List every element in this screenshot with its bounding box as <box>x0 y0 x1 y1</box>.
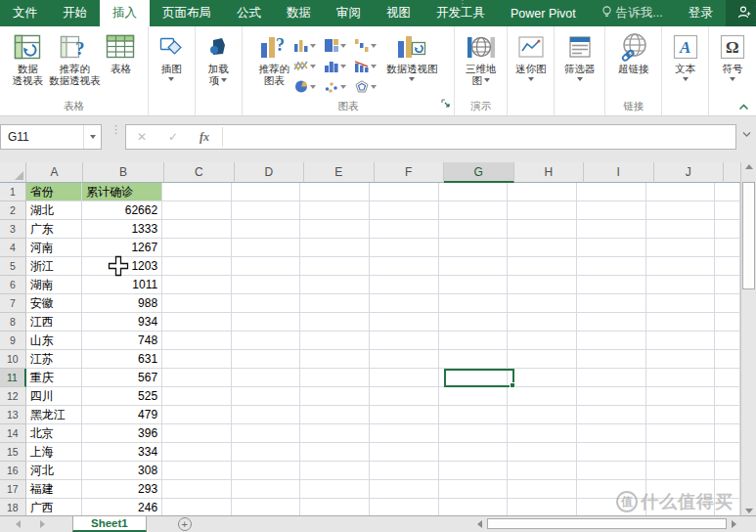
row-header-2[interactable]: 2 <box>0 201 26 220</box>
cell-E17[interactable] <box>300 480 370 499</box>
cell-A6[interactable]: 湖南 <box>26 276 82 294</box>
cell-partial11[interactable] <box>715 369 740 387</box>
cell-partial3[interactable] <box>715 220 740 239</box>
fill-handle[interactable] <box>510 382 515 388</box>
tab-formulas[interactable]: 公式 <box>224 0 274 26</box>
tab-page-layout[interactable]: 页面布局 <box>150 0 224 26</box>
cell-H13[interactable] <box>508 406 577 424</box>
cell-C7[interactable] <box>162 294 232 313</box>
pivottable-button[interactable]: 数据 透视表 <box>9 29 46 86</box>
illustrations-button[interactable]: 插图 <box>156 29 187 81</box>
insert-histogram-chart-button[interactable] <box>323 56 353 76</box>
cell-D8[interactable] <box>232 313 301 332</box>
table-button[interactable]: 表格 <box>103 29 138 74</box>
cell-D17[interactable] <box>232 480 301 499</box>
cell-D12[interactable] <box>232 387 301 406</box>
cell-F4[interactable] <box>370 239 439 257</box>
cell-G1[interactable] <box>439 183 509 201</box>
column-header-D[interactable]: D <box>235 162 305 183</box>
cell-H1[interactable] <box>508 183 577 201</box>
cell-I16[interactable] <box>577 462 646 480</box>
cell-partial17[interactable] <box>715 480 740 499</box>
cell-H3[interactable] <box>508 220 577 239</box>
cell-partial15[interactable] <box>715 443 740 462</box>
row-header-1[interactable]: 1 <box>0 183 26 201</box>
cell-partial1[interactable] <box>715 183 740 201</box>
cell-F9[interactable] <box>370 332 439 350</box>
cell-C12[interactable] <box>162 387 232 406</box>
cell-G12[interactable] <box>439 387 509 406</box>
cell-I7[interactable] <box>577 294 646 313</box>
share-button[interactable]: 共享 <box>726 0 756 26</box>
cell-G3[interactable] <box>439 220 509 239</box>
cell-B3[interactable]: 1333 <box>82 220 162 239</box>
cell-C1[interactable] <box>162 183 232 201</box>
cell-B1[interactable]: 累计确诊 <box>82 183 162 201</box>
hyperlink-button[interactable]: 超链接 <box>615 29 652 74</box>
cell-D15[interactable] <box>232 443 301 462</box>
cell-A17[interactable]: 福建 <box>26 480 82 499</box>
next-sheet-button[interactable] <box>40 520 45 528</box>
cell-A4[interactable]: 河南 <box>26 239 82 257</box>
cell-E3[interactable] <box>300 220 370 239</box>
cell-E6[interactable] <box>300 276 370 294</box>
cell-F17[interactable] <box>370 480 439 499</box>
cell-partial2[interactable] <box>715 201 740 220</box>
cell-J12[interactable] <box>646 387 716 406</box>
row-header-9[interactable]: 9 <box>0 332 26 350</box>
cell-partial13[interactable] <box>715 406 740 424</box>
row-header-6[interactable]: 6 <box>0 276 26 294</box>
column-header-G[interactable]: G <box>444 162 514 183</box>
cell-partial10[interactable] <box>715 350 740 369</box>
cell-G17[interactable] <box>439 480 509 499</box>
cell-I15[interactable] <box>577 443 646 462</box>
name-box-dropdown-button[interactable] <box>83 125 101 149</box>
cell-D9[interactable] <box>232 332 301 350</box>
cell-J13[interactable] <box>646 406 716 424</box>
cell-C18[interactable] <box>162 499 232 515</box>
select-all-button[interactable] <box>0 162 26 183</box>
symbols-button[interactable]: Ω 符号 <box>717 29 748 81</box>
cell-C14[interactable] <box>162 424 232 443</box>
cell-partial4[interactable] <box>715 239 740 257</box>
row-header-16[interactable]: 16 <box>0 462 26 480</box>
tab-split-handle[interactable]: ⋮ <box>458 1 467 6</box>
cell-E14[interactable] <box>300 424 370 443</box>
expand-formula-bar-button[interactable] <box>742 130 751 140</box>
row-header-14[interactable]: 14 <box>0 424 26 443</box>
cell-I13[interactable] <box>577 406 646 424</box>
cell-H2[interactable] <box>508 201 577 220</box>
cell-F8[interactable] <box>370 313 439 332</box>
cell-I5[interactable] <box>577 257 646 276</box>
row-header-17[interactable]: 17 <box>0 480 26 499</box>
cell-A2[interactable]: 湖北 <box>26 201 82 220</box>
cell-E12[interactable] <box>300 387 370 406</box>
cell-J8[interactable] <box>646 313 716 332</box>
enter-button[interactable]: ✓ <box>157 130 189 144</box>
sign-in-button[interactable]: 登录 <box>676 0 726 26</box>
scroll-down-button[interactable] <box>741 509 756 513</box>
three-d-map-button[interactable]: 三维地 图 <box>463 29 500 86</box>
cell-A16[interactable]: 河北 <box>26 462 82 480</box>
cell-C9[interactable] <box>162 332 232 350</box>
cell-I17[interactable] <box>577 480 646 499</box>
cell-F6[interactable] <box>370 276 439 294</box>
cell-B12[interactable]: 525 <box>82 387 162 406</box>
cell-J1[interactable] <box>646 183 716 201</box>
cell-J15[interactable] <box>646 443 716 462</box>
cell-F1[interactable] <box>370 183 439 201</box>
cell-partial9[interactable] <box>715 332 740 350</box>
cell-J5[interactable] <box>646 257 716 276</box>
cell-A15[interactable]: 上海 <box>26 443 82 462</box>
cell-J18[interactable] <box>646 499 716 515</box>
column-header-F[interactable]: F <box>375 162 445 183</box>
slicer-button[interactable]: 筛选器 <box>561 29 599 81</box>
cell-C13[interactable] <box>162 406 232 424</box>
cell-I2[interactable] <box>577 201 646 220</box>
row-header-11[interactable]: 11 <box>0 369 26 387</box>
column-header-I[interactable]: I <box>584 162 654 183</box>
cell-H8[interactable] <box>508 313 577 332</box>
cell-E11[interactable] <box>300 369 370 387</box>
vertical-scroll-thumb[interactable] <box>742 182 755 289</box>
cell-H9[interactable] <box>508 332 577 350</box>
